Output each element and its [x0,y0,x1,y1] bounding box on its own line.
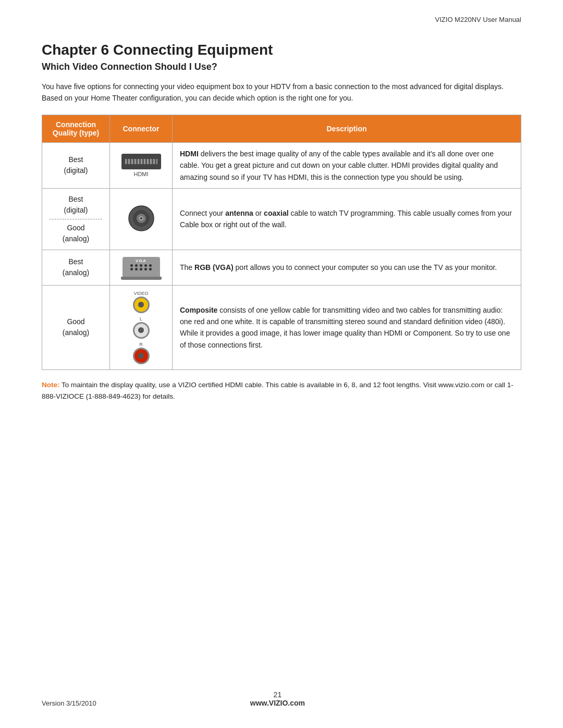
antenna-icon [128,205,155,232]
quality-cell-antenna: Best(digital) Good(analog) [42,188,110,250]
page-footer: Version 3/15/2010 21 www.VIZIO.com [42,690,521,707]
quality-cell-vga: Best(analog) [42,250,110,285]
page-header-title: VIZIO M220NV User Manual [435,16,521,23]
connector-cell-hdmi: HDMI [110,142,173,188]
table-row: Best(digital) HDMI HDMI delivers the bes… [42,142,521,188]
header-connector: Connector [110,115,173,142]
svg-point-4 [140,217,142,219]
table-row: Best(analog) VGA [42,250,521,285]
description-cell-composite: Composite consists of one yellow cable f… [173,285,521,369]
note-paragraph: Note: To maintain the display quality, u… [42,379,521,402]
footer-center: 21 www.VIZIO.com [96,690,459,707]
description-cell-vga: The RGB (VGA) port allows you to connect… [173,250,521,285]
header-description: Description [173,115,521,142]
connector-cell-vga: VGA [110,250,173,285]
note-text: To maintain the display quality, use a V… [42,381,513,400]
quality-cell-composite: Good(analog) [42,285,110,369]
connector-cell-composite: VIDEO L [110,285,173,369]
footer-page-number: 21 [96,690,459,699]
note-label: Note: [42,381,60,389]
section-title: Which Video Connection Should I Use? [42,61,521,72]
chapter-title: Chapter 6 Connecting Equipment [42,42,521,58]
footer-website: www.VIZIO.com [96,699,459,707]
table-row: Best(digital) Good(analog) Connect [42,188,521,250]
description-cell-antenna: Connect your antenna or coaxial cable to… [173,188,521,250]
quality-cell-hdmi: Best(digital) [42,142,110,188]
footer-version: Version 3/15/2010 [42,699,96,707]
connection-table: ConnectionQuality (type) Connector Descr… [42,115,521,370]
description-cell-hdmi: HDMI delivers the best image quality of … [173,142,521,188]
intro-paragraph: You have five options for connecting you… [42,81,521,104]
header-quality: ConnectionQuality (type) [42,115,110,142]
connector-cell-antenna [110,188,173,250]
table-row: Good(analog) VIDEO L [42,285,521,369]
